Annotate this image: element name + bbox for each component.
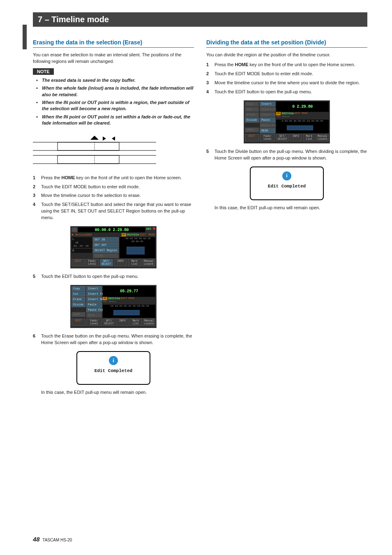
remain-time: 002h55m	[108, 297, 120, 300]
redo-button[interactable]: REDO	[260, 128, 275, 133]
meter-r: R	[71, 249, 92, 253]
manual-locate-tab[interactable]: Manual Locate	[143, 319, 156, 326]
divide-heading: Dividing the data at the set position (D…	[206, 39, 367, 48]
popup-message: Edit Completed	[81, 368, 146, 373]
undo-button[interactable]: UNDO	[245, 127, 259, 132]
set-select-tab[interactable]: SET/ SELECT	[103, 319, 115, 326]
edit-tab[interactable]: EDIT	[245, 134, 259, 141]
remain-time: 002h55m	[127, 233, 139, 236]
edit-completed-popup: i Edit Completed	[250, 166, 324, 200]
manual-locate-tab[interactable]: Manual Locate	[142, 259, 155, 266]
step: 2Touch the EDIT MODE button to enter edi…	[33, 184, 194, 190]
insert-mute-button[interactable]: Insert Mute	[260, 112, 275, 117]
erase-step-5: 5Touch the EDIT button to open the pull-…	[33, 273, 194, 280]
mark-list-tab[interactable]: Mark List	[129, 319, 142, 326]
edit-tab[interactable]: EDIT	[71, 259, 85, 266]
divide-button[interactable]: Divide	[71, 302, 85, 307]
step: 5Touch the EDIT button to open the pull-…	[33, 273, 194, 280]
chapter-title: 7 – Timeline mode	[33, 12, 367, 27]
insert-button[interactable]: Insert	[260, 102, 275, 106]
erase-heading: Erasing the data in the selection (Erase…	[33, 39, 194, 48]
bar-times: :00:00 00:00:02:29 00:00:05	[120, 237, 155, 243]
waveform-area	[276, 123, 329, 133]
step: 2Touch the EDIT MODE button to enter edi…	[206, 71, 367, 77]
divide-caption: In this case, the EDIT pull-up menu will…	[206, 205, 367, 210]
svg-rect-10	[58, 155, 119, 164]
side-tab	[23, 25, 27, 49]
manual-locate-tab[interactable]: Manual Locate	[316, 134, 329, 141]
step: 3Move the timeline cursor to the selecti…	[33, 192, 194, 199]
card-badge: SD	[103, 297, 107, 300]
insert-mute-button[interactable]: Insert Mute	[86, 297, 102, 302]
divide-step-5: 5Touch the Divide button on the pull-up …	[206, 148, 367, 162]
waveform-area	[120, 243, 155, 258]
edit-mode-label: EDIT MODE	[140, 233, 155, 236]
popup-message: Edit Completed	[254, 184, 320, 189]
cut-button[interactable]: Cut	[71, 291, 85, 296]
step: 6Touch the Erase button on the pull-up m…	[33, 333, 194, 346]
mark-list-tab[interactable]: Mark List	[303, 134, 316, 141]
note-label: NOTE	[33, 68, 54, 75]
step: 4Touch the SET/SELECT button and select …	[33, 201, 194, 221]
set-select-tab[interactable]: SET/ SELECT	[100, 259, 113, 266]
copy-button[interactable]: Copy	[71, 286, 85, 291]
mark-list-tab[interactable]: Mark List	[128, 259, 141, 266]
cut-button[interactable]: Cut	[245, 107, 259, 112]
set-select-tab[interactable]: SET/ SELECT	[276, 134, 289, 141]
note-item: When the IN point or OUT point is within…	[39, 99, 194, 112]
no-media: ×No Media	[103, 300, 155, 303]
footer-model: TASCAM HS-20	[42, 538, 72, 542]
info-tab[interactable]: INFO	[114, 259, 127, 266]
left-column: Erasing the data in the selection (Erase…	[33, 39, 194, 399]
track-diagram	[33, 135, 156, 168]
timecode: 0 2.29.80	[276, 102, 329, 112]
bar-times: :29 00:00:05:29 00:00:08:29	[103, 305, 155, 308]
undo-button[interactable]: UNDO	[71, 312, 85, 317]
rec-indicator	[153, 227, 155, 230]
paste-file-button[interactable]: Paste File	[260, 123, 275, 128]
meter-l: L dB -60 -40 -20	[71, 237, 92, 248]
fade-level-tab[interactable]: Fade/ Level	[86, 319, 102, 326]
erase-caption: In this case, the EDIT pull-up menu will…	[33, 390, 194, 395]
device-screenshot-edit-pullup: Copy Cut Erase Divide UNDO Insert Insert…	[70, 285, 157, 328]
info-icon: i	[109, 356, 118, 365]
select-region-button[interactable]: SELECT Region	[93, 248, 119, 253]
insert-file-button[interactable]: Insert File	[86, 291, 102, 296]
page-number: 48	[33, 536, 40, 543]
paste-button[interactable]: Paste	[86, 302, 102, 307]
copy-button[interactable]: Copy	[245, 102, 259, 106]
set-out-button[interactable]: SET OUT	[93, 243, 119, 247]
svg-marker-1	[103, 136, 106, 141]
erase-button[interactable]: Erase	[71, 297, 85, 302]
svg-marker-2	[112, 136, 115, 141]
divide-button[interactable]: Divide	[245, 118, 259, 123]
info-tab[interactable]: INFO	[290, 134, 302, 141]
remain-time: 002h55m	[281, 112, 293, 115]
step: 1Press the HOME key on the front of the …	[33, 175, 194, 181]
abs-label: ABS	[146, 227, 151, 232]
insert-file-button[interactable]: Insert File	[260, 107, 275, 112]
fade-level-tab[interactable]: Fade/ Level	[260, 134, 275, 141]
info-icon: i	[282, 171, 291, 180]
edit-tab[interactable]: EDIT	[71, 319, 85, 326]
tl-icon: TL	[71, 227, 77, 232]
clear-button[interactable]: CLEAR	[93, 253, 119, 258]
timecode: 00.00.0 2.29.80	[78, 227, 145, 232]
edit-mode-label: EDIT MODE	[121, 297, 134, 300]
step: 5Touch the Divide button on the pull-up …	[206, 148, 367, 162]
paste-file-button[interactable]: Paste File	[86, 308, 102, 312]
fade-level-tab[interactable]: Fade/ Level	[85, 259, 99, 266]
set-in-button[interactable]: SET IN	[93, 237, 119, 242]
info-tab[interactable]: INFO	[116, 319, 129, 326]
erase-button[interactable]: Erase	[245, 112, 259, 117]
timecode: 05.29.77	[103, 286, 155, 297]
note-list: The erased data is saved in the copy buf…	[33, 77, 194, 127]
note-item: When the IN point or OUT point is set wi…	[39, 114, 194, 127]
divide-steps-1-4: 1Press the HOME key on the front of the …	[206, 62, 367, 95]
device-screenshot-setselect: TL 00.00.0 2.29.80 ABS ■ Session001 SD 0…	[70, 226, 157, 268]
right-column: Dividing the data at the set position (D…	[206, 39, 367, 399]
insert-button[interactable]: Insert	[86, 286, 102, 291]
step: 4Touch the EDIT button to open the pull-…	[206, 89, 367, 95]
paste-button[interactable]: Paste	[260, 118, 275, 123]
redo-button[interactable]: REDO	[86, 313, 102, 318]
